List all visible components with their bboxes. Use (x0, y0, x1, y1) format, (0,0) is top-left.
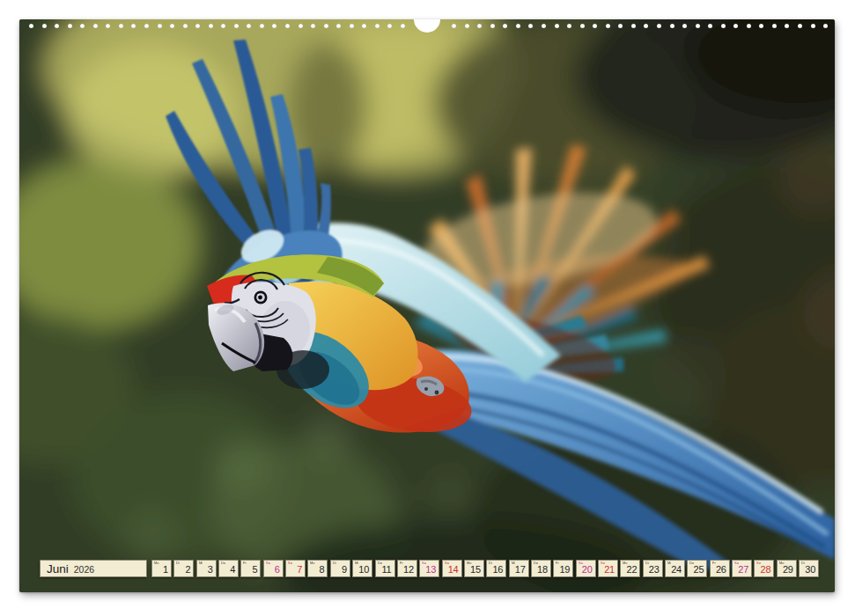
binding-hole (542, 24, 546, 28)
binding-hole (324, 24, 328, 28)
calendar-day-cell: Sa20 (576, 560, 596, 577)
binding-hole (721, 24, 726, 28)
binding-hole (350, 24, 354, 28)
calendar-day-cell: Do4 (218, 560, 239, 577)
month-label-box: Juni 2026 (40, 560, 147, 577)
day-number: 1 (163, 565, 168, 575)
binding-hole (42, 24, 47, 28)
day-number: 21 (604, 565, 615, 575)
binding-hole (285, 24, 290, 28)
calendar-day-cell: So28 (754, 560, 774, 577)
day-number: 25 (694, 565, 704, 575)
calendar-day-cell: Mi17 (509, 560, 529, 577)
day-number: 14 (448, 565, 459, 575)
year-label: 2026 (74, 564, 94, 575)
binding-hole (657, 24, 661, 28)
binding-hole (375, 24, 380, 28)
day-number: 24 (671, 565, 682, 575)
day-number: 2 (185, 565, 190, 575)
weekday-abbr: Mo (310, 561, 315, 565)
calendar-product-view: { "calendar": { "month": "Juni", "year":… (0, 0, 855, 616)
day-number: 10 (358, 565, 369, 575)
calendar-day-cell: So7 (285, 560, 306, 577)
weekday-abbr: So (288, 561, 292, 565)
macaw-photo (19, 19, 835, 592)
day-number: 18 (537, 565, 548, 575)
day-number: 11 (381, 565, 391, 575)
binding-hole (465, 24, 469, 28)
calendar-day-cell: Mo29 (777, 560, 797, 577)
calendar-day-cell: Sa13 (419, 560, 439, 577)
day-number: 15 (470, 565, 481, 575)
weekday-abbr: Di (176, 561, 180, 565)
binding-hole (29, 24, 33, 28)
day-number: 27 (738, 565, 748, 575)
calendar-day-cell: Do18 (531, 560, 551, 577)
binding-hole (747, 24, 751, 28)
day-number: 29 (783, 565, 793, 575)
binding-hole (555, 24, 559, 28)
binding-hole (209, 24, 213, 28)
binding-hole (516, 24, 520, 28)
day-number: 30 (805, 565, 815, 575)
binding-hole (93, 24, 98, 28)
binding-hole (490, 24, 495, 28)
day-number: 23 (649, 565, 660, 575)
calendar-day-cell: Mi3 (196, 560, 217, 577)
day-number: 8 (320, 565, 325, 575)
binding-hole (119, 24, 123, 28)
binding-hole (696, 24, 700, 28)
binding-hole (260, 24, 264, 28)
calendar-day-cell: Mo1 (151, 560, 172, 577)
day-number: 6 (275, 565, 280, 575)
calendar-day-cell: So21 (598, 560, 618, 577)
calendar-day-cell: Mi10 (352, 560, 372, 577)
weekday-abbr: Fr (243, 561, 247, 565)
binding-hole (772, 24, 777, 28)
calendar-day-cell: Fr5 (240, 560, 261, 577)
binding-hole (299, 24, 303, 28)
binding-hole (158, 24, 162, 28)
binding-hole (68, 24, 72, 28)
weekday-abbr: Mi (199, 561, 203, 565)
day-number: 5 (252, 565, 257, 575)
binding-hole (580, 24, 585, 28)
day-number: 28 (761, 565, 771, 575)
calendar-page: Juni 2026 Mo1Di2Mi3Do4Fr5Sa6So7Mo8Di9Mi1… (19, 19, 835, 592)
binding-hole (183, 24, 188, 28)
day-number: 19 (559, 565, 570, 575)
calendar-day-cell: Do11 (375, 560, 395, 577)
month-name: Juni (47, 562, 69, 576)
calendar-day-cell: Di30 (799, 560, 819, 577)
weekday-abbr: Di (333, 561, 336, 565)
calendar-day-cell: Fr19 (553, 560, 573, 577)
weekday-abbr: Do (221, 561, 225, 565)
day-number: 20 (582, 565, 593, 575)
day-number: 12 (403, 565, 414, 575)
binding-hole (798, 24, 802, 28)
day-number: 7 (297, 565, 302, 575)
calendar-day-cell: Mo8 (307, 560, 328, 577)
calendar-strip: Juni 2026 Mo1Di2Mi3Do4Fr5Sa6So7Mo8Di9Mi1… (19, 560, 835, 578)
calendar-day-cell: Di23 (643, 560, 663, 577)
calendar-day-cell: Mo15 (464, 560, 484, 577)
calendar-day-cell: Di9 (330, 560, 350, 577)
calendar-day-cell: Sa6 (263, 560, 284, 577)
day-number: 17 (515, 565, 526, 575)
day-number: 22 (627, 565, 638, 575)
calendar-day-cell: Mi24 (665, 560, 685, 577)
calendar-day-cell: Di2 (173, 560, 194, 577)
calendar-day-cell: Do25 (687, 560, 707, 577)
day-number: 26 (716, 565, 726, 575)
day-number: 4 (230, 565, 235, 575)
calendar-day-cell: So14 (442, 560, 462, 577)
binding-hole (234, 24, 239, 28)
binding-hole (631, 24, 636, 28)
day-number: 13 (425, 565, 436, 575)
day-number: 9 (342, 565, 347, 575)
binding-hole (606, 24, 610, 28)
binding-hole (401, 24, 405, 28)
calendar-day-cell: Mo22 (620, 560, 640, 577)
calendar-day-cell: Fr26 (710, 560, 730, 577)
binding-hole (670, 24, 674, 28)
